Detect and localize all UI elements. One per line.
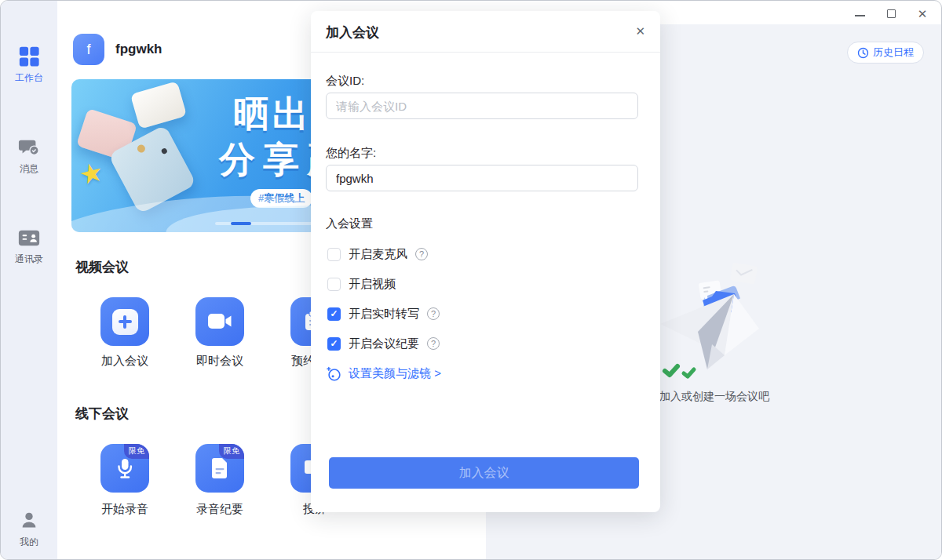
name-label: 您的名字: bbox=[326, 146, 376, 161]
tile-label[interactable]: 即时会议 bbox=[180, 354, 260, 369]
help-icon[interactable]: ? bbox=[427, 307, 440, 320]
minimize-button[interactable] bbox=[853, 7, 866, 20]
empty-state-illustration bbox=[655, 252, 773, 388]
mic-checkbox[interactable] bbox=[327, 248, 341, 261]
minimize-icon bbox=[855, 15, 865, 16]
start-recording-tile[interactable]: 限免 bbox=[100, 444, 149, 493]
close-button[interactable]: ✕ bbox=[916, 7, 929, 20]
clock-icon bbox=[857, 47, 869, 59]
user-icon bbox=[1, 509, 57, 533]
sidebar-item-workbench[interactable]: 工作台 bbox=[1, 45, 57, 85]
option-label: 开启实时转写 bbox=[349, 307, 419, 322]
contacts-icon bbox=[1, 226, 57, 249]
recording-minutes-tile[interactable]: 限免 bbox=[195, 444, 244, 493]
option-row-minutes: ✓ 开启会议纪要 ? bbox=[327, 336, 440, 351]
sidebar-item-label: 消息 bbox=[1, 162, 57, 176]
meeting-id-label: 会议ID: bbox=[326, 74, 364, 89]
window-controls: ✕ bbox=[853, 7, 929, 20]
settings-title: 入会设置 bbox=[326, 216, 373, 231]
username: fpgwkh bbox=[115, 42, 162, 57]
history-schedule-label: 历史日程 bbox=[873, 45, 914, 60]
sidebar-item-mine[interactable]: 我的 bbox=[1, 509, 57, 549]
divider bbox=[311, 52, 660, 53]
sidebar-item-label: 我的 bbox=[1, 536, 57, 549]
transcription-checkbox[interactable]: ✓ bbox=[327, 307, 341, 321]
sidebar-item-messages[interactable]: 消息 bbox=[1, 136, 57, 176]
sidebar: 工作台 消息 通讯录 我的 bbox=[1, 1, 57, 559]
beauty-camera-icon bbox=[326, 365, 342, 382]
banner-product-white bbox=[130, 81, 187, 129]
minutes-checkbox[interactable]: ✓ bbox=[327, 337, 341, 351]
join-meeting-tile[interactable] bbox=[100, 297, 149, 346]
section-title-offline: 线下会议 bbox=[75, 405, 129, 423]
name-input[interactable] bbox=[326, 165, 638, 191]
option-label: 开启视频 bbox=[349, 277, 396, 292]
dialog-close-icon[interactable]: ✕ bbox=[635, 24, 645, 38]
tile-label[interactable]: 加入会议 bbox=[85, 354, 165, 369]
history-schedule-button[interactable]: 历史日程 bbox=[847, 42, 924, 64]
instant-meeting-icon bbox=[195, 297, 244, 346]
maximize-icon bbox=[887, 9, 896, 18]
option-label: 开启会议纪要 bbox=[349, 336, 419, 351]
option-row-mic: 开启麦克风 ? bbox=[327, 246, 428, 262]
join-meeting-dialog: 加入会议 ✕ 会议ID: 您的名字: 入会设置 开启麦克风 ? 开启视频 ✓ 开… bbox=[311, 11, 660, 512]
chat-icon bbox=[1, 136, 57, 159]
sidebar-item-contacts[interactable]: 通讯录 bbox=[1, 226, 57, 266]
sidebar-item-label: 通讯录 bbox=[1, 253, 57, 266]
join-meeting-icon bbox=[100, 297, 149, 346]
tile-label[interactable]: 录音纪要 bbox=[180, 502, 260, 517]
sidebar-item-label: 工作台 bbox=[1, 71, 57, 85]
instant-meeting-tile[interactable] bbox=[195, 297, 244, 346]
maximize-button[interactable] bbox=[885, 7, 897, 20]
star-icon: ★ bbox=[76, 155, 107, 191]
beauty-filter-link[interactable]: 设置美颜与滤镜 > bbox=[326, 365, 441, 382]
app-window: ✕ 工作台 消息 通讯录 我的 f bbox=[0, 0, 942, 560]
option-row-transcription: ✓ 开启实时转写 ? bbox=[327, 306, 440, 322]
join-meeting-submit-button[interactable]: 加入会议 bbox=[329, 457, 639, 489]
help-icon[interactable]: ? bbox=[415, 248, 428, 260]
beauty-filter-label: 设置美颜与滤镜 > bbox=[349, 366, 441, 381]
avatar[interactable]: f bbox=[73, 34, 104, 65]
grid-icon bbox=[1, 45, 57, 68]
help-icon[interactable]: ? bbox=[427, 337, 440, 350]
video-checkbox[interactable] bbox=[327, 278, 341, 291]
banner-headline-1: 晒出 bbox=[233, 90, 312, 139]
option-row-video: 开启视频 bbox=[327, 276, 396, 292]
tile-label[interactable]: 开始录音 bbox=[85, 502, 165, 517]
meeting-id-input[interactable] bbox=[326, 93, 638, 119]
option-label: 开启麦克风 bbox=[349, 247, 407, 262]
dialog-title: 加入会议 bbox=[326, 24, 379, 42]
section-title-video: 视频会议 bbox=[75, 258, 129, 276]
close-icon: ✕ bbox=[918, 8, 928, 20]
